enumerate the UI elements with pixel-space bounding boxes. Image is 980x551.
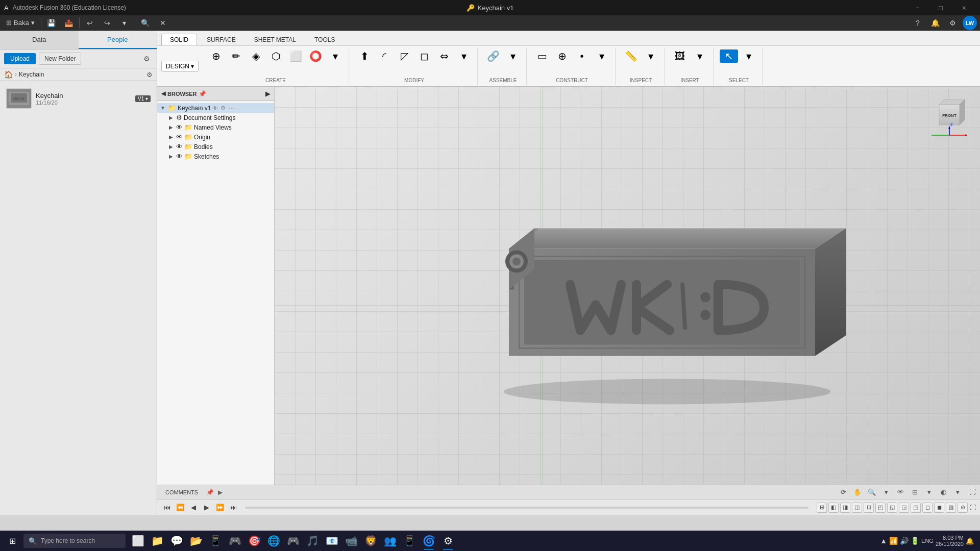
help-button[interactable]: ? <box>911 16 925 30</box>
systray-network[interactable]: 📶 <box>889 537 898 545</box>
user-menu[interactable]: ⊞ Baka ▾ <box>3 18 38 28</box>
home-icon[interactable]: 🏠 <box>4 70 13 79</box>
tree-named-views[interactable]: ▶ 👁 📁 Named Views <box>157 122 274 132</box>
taskbar-spotify[interactable]: 🎵 <box>303 531 322 551</box>
search-button[interactable]: 🔍 <box>138 16 153 30</box>
taskbar-phone[interactable]: 📱 <box>206 531 225 551</box>
browser-collapse-left[interactable]: ◀ <box>161 90 165 97</box>
anim-tool-5[interactable]: ⊡ <box>864 503 874 513</box>
taskbar-file-manager[interactable]: 📂 <box>187 531 205 551</box>
anim-tool-end[interactable]: ⊘ <box>958 503 968 513</box>
tab-people[interactable]: People <box>79 31 157 49</box>
opacity-more-button[interactable]: ▾ <box>952 487 963 498</box>
anim-tool-4[interactable]: ◫ <box>852 503 862 513</box>
taskbar-fusion360[interactable]: ⚙ <box>439 531 457 551</box>
shell-tool[interactable]: ◻ <box>415 49 433 63</box>
systray-volume[interactable]: 🔊 <box>900 537 909 545</box>
anim-tool-3[interactable]: ◨ <box>840 503 850 513</box>
taskbar-teams[interactable]: 👥 <box>381 531 399 551</box>
measure-tool[interactable]: 📏 <box>622 49 640 63</box>
taskbar-brave[interactable]: 🦁 <box>361 531 380 551</box>
notifications-button[interactable]: 🔔 <box>928 16 942 30</box>
breadcrumb-settings-icon[interactable]: ⚙ <box>146 71 153 79</box>
insert-image-tool[interactable]: 🖼 <box>671 49 689 63</box>
axis-tool[interactable]: ⊕ <box>553 49 571 63</box>
taskbar-epic[interactable]: 🎮 <box>226 531 244 551</box>
anim-tool-12[interactable]: ▧ <box>946 503 956 513</box>
tab-sheet-metal[interactable]: SHEET METAL <box>246 34 305 45</box>
more-assemble-tool[interactable]: ▾ <box>504 49 522 63</box>
joint-tool[interactable]: 🔗 <box>484 49 502 63</box>
taskbar-chrome[interactable]: 🌐 <box>264 531 283 551</box>
save-button[interactable]: 💾 <box>44 16 59 30</box>
tree-more-icon[interactable]: ⋯ <box>228 105 234 112</box>
scale-tool[interactable]: ⇔ <box>435 49 453 63</box>
design-dropdown[interactable]: DESIGN ▾ <box>161 61 199 72</box>
anim-next-button[interactable]: ⏩ <box>214 502 226 513</box>
tab-tools[interactable]: TOOLS <box>306 34 344 45</box>
display-button[interactable]: 👁 <box>895 487 906 498</box>
taskbar-file-explorer[interactable]: 📁 <box>148 531 166 551</box>
systray-battery[interactable]: 🔋 <box>911 537 919 545</box>
tree-sketches[interactable]: ▶ 👁 📁 Sketches <box>157 152 274 161</box>
tab-surface[interactable]: SURFACE <box>198 34 244 45</box>
create-mesh-tool[interactable]: ⬡ <box>266 49 285 63</box>
breadcrumb-keychain[interactable]: Keychain <box>19 71 44 78</box>
more-modify-tool[interactable]: ▾ <box>455 49 473 63</box>
taskbar-zoom[interactable]: 📹 <box>342 531 360 551</box>
anim-play-button[interactable]: ▶ <box>201 502 212 513</box>
file-version[interactable]: V1 ▾ <box>135 95 151 102</box>
anim-tool-8[interactable]: ◲ <box>899 503 909 513</box>
chamfer-tool[interactable]: ◸ <box>395 49 413 63</box>
more-insert-tool[interactable]: ▾ <box>691 49 709 63</box>
tab-data[interactable]: Data <box>0 31 79 49</box>
user-avatar[interactable]: LW <box>963 16 977 30</box>
more-construct-tool[interactable]: ▾ <box>593 49 611 63</box>
anim-first-button[interactable]: ⏮ <box>161 502 173 513</box>
fillet-tool[interactable]: ◜ <box>375 49 394 63</box>
settings-button[interactable]: ⚙ <box>945 16 960 30</box>
cylinder-tool[interactable]: ⭕ <box>306 49 325 63</box>
viewcube[interactable]: FRONT Z <box>929 97 970 138</box>
tab-solid[interactable]: SOLID <box>161 34 197 45</box>
panel-settings-button[interactable]: ⚙ <box>140 53 153 65</box>
grid-more-button[interactable]: ▾ <box>923 487 935 498</box>
viewport[interactable]: FRONT Z <box>275 87 980 485</box>
tree-root-item[interactable]: ▼ 📁 Keychain v1 👁 ⚙ ⋯ <box>157 103 274 113</box>
undo-button[interactable]: ↩ <box>83 16 97 30</box>
systray-notification[interactable]: 🔔 <box>966 537 974 545</box>
plane-tool[interactable]: ▭ <box>533 49 551 63</box>
taskbar-android[interactable]: 📱 <box>400 531 419 551</box>
more-create-tool[interactable]: ▾ <box>326 49 345 63</box>
taskbar-time-date[interactable]: 8:03 PM 26/11/2020 <box>936 535 964 547</box>
taskbar-outlook[interactable]: 📧 <box>323 531 341 551</box>
start-button[interactable]: ⊞ <box>2 531 22 551</box>
grid-button[interactable]: ⊞ <box>909 487 920 498</box>
close-button[interactable]: × <box>952 0 976 15</box>
zoom-button[interactable]: 🔍 <box>866 487 877 498</box>
tree-eye-icon[interactable]: 👁 <box>212 105 218 111</box>
taskbar-minecraft[interactable]: 🎮 <box>284 531 302 551</box>
anim-play-rev-button[interactable]: ◀ <box>188 502 199 513</box>
select-tool[interactable]: ↖ <box>720 49 738 63</box>
pan-button[interactable]: ✋ <box>852 487 863 498</box>
taskbar-task-view[interactable]: ⬜ <box>129 531 147 551</box>
anim-timeline[interactable] <box>245 507 808 509</box>
new-folder-button[interactable]: New Folder <box>39 53 81 65</box>
more-select-tool[interactable]: ▾ <box>740 49 758 63</box>
press-pull-tool[interactable]: ⬆ <box>355 49 374 63</box>
new-component-tool[interactable]: ⊕ <box>207 49 225 63</box>
taskbar-edge[interactable]: 🌀 <box>420 531 438 551</box>
taskbar-steam[interactable]: 🎯 <box>245 531 263 551</box>
anim-tool-11[interactable]: ◼ <box>934 503 944 513</box>
minimize-button[interactable]: − <box>905 0 929 15</box>
browser-collapse-icon[interactable]: ▶ <box>265 90 270 97</box>
browser-pin-icon[interactable]: 📌 <box>199 90 206 97</box>
upload-button[interactable]: Upload <box>4 53 36 64</box>
close-search-button[interactable]: ✕ <box>156 16 170 30</box>
file-item-keychain[interactable]: WK:D Keychain 11/16/20 V1 ▾ <box>4 85 153 112</box>
redo-dropdown[interactable]: ▾ <box>117 16 132 30</box>
anim-tool-2[interactable]: ◧ <box>828 503 839 513</box>
fullscreen-button[interactable]: ⛶ <box>969 488 976 496</box>
tree-document-settings[interactable]: ▶ ⚙ Document Settings <box>157 113 274 122</box>
